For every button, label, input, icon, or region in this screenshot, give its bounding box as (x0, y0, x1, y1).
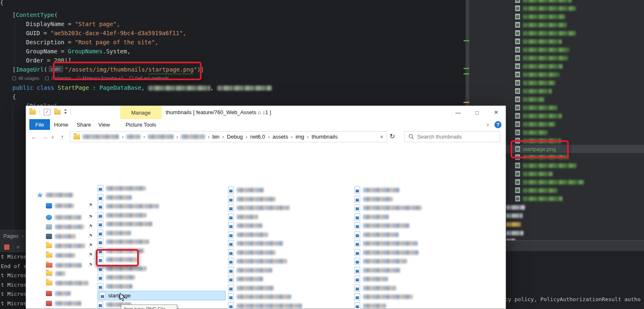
commit-file-row[interactable] (506, 62, 644, 70)
file-row[interactable] (354, 275, 388, 283)
breadcrumb-pages[interactable]: Pages (3, 233, 19, 239)
file-row[interactable] (228, 285, 274, 292)
explorer-titlebar[interactable]: ✓ ▾ Manage thumbnails [ feature/760_Web_… (26, 106, 506, 119)
commit-file-row[interactable] (506, 112, 644, 120)
address-dropdown-icon[interactable]: ∨ (380, 134, 383, 139)
file-row[interactable] (354, 249, 418, 256)
tab-file[interactable]: File (29, 119, 50, 130)
close-button[interactable]: × (487, 106, 506, 119)
commit-file-row[interactable] (506, 204, 525, 211)
tab-view[interactable]: View (93, 119, 115, 130)
commit-file-row[interactable] (506, 87, 644, 95)
commit-file-row[interactable] (506, 46, 644, 54)
tab-picture-tools[interactable]: Picture Tools (120, 119, 162, 130)
sidebar-item[interactable] (37, 192, 93, 198)
sidebar-item[interactable] (46, 252, 93, 259)
file-row[interactable] (228, 187, 264, 194)
sidebar-item[interactable] (46, 202, 93, 209)
tab-share[interactable]: Share (72, 119, 95, 130)
editor-error-stripe[interactable] (466, 0, 469, 105)
breadcrumb-assets[interactable]: assets (273, 134, 288, 140)
sidebar-item[interactable] (46, 223, 93, 230)
file-row[interactable] (228, 213, 258, 220)
file-row[interactable] (354, 267, 400, 274)
file-row[interactable] (97, 194, 132, 201)
code-lens-usages[interactable]: 48 usages (12, 76, 39, 81)
help-icon[interactable]: ? (494, 121, 501, 128)
commit-file-row[interactable] (506, 128, 644, 137)
file-row[interactable] (228, 302, 302, 309)
file-row[interactable] (354, 302, 386, 309)
file-row[interactable] (228, 204, 290, 211)
ribbon-collapse-icon[interactable]: ∨ (486, 122, 490, 127)
new-folder-icon[interactable] (54, 110, 61, 115)
sidebar-item[interactable] (46, 213, 93, 221)
redacted-breadcrumb[interactable] (83, 134, 119, 139)
file-row[interactable] (228, 240, 283, 247)
file-row[interactable] (354, 285, 396, 292)
file-row[interactable] (354, 222, 409, 229)
address-bar[interactable]: ››››bin›Debug›net6.0›assets›img›thumbnai… (70, 131, 387, 142)
commit-file-row[interactable] (506, 178, 644, 186)
properties-check-icon[interactable]: ✓ (44, 109, 50, 115)
file-row[interactable] (354, 213, 389, 220)
commit-file-row[interactable] (506, 4, 644, 12)
commit-file-row[interactable] (506, 194, 644, 203)
commit-file-row[interactable] (506, 29, 644, 37)
file-row[interactable] (228, 267, 272, 274)
commit-file-row[interactable] (506, 186, 644, 194)
file-row[interactable] (354, 293, 413, 300)
forward-icon[interactable]: → (42, 133, 48, 140)
commit-file-row[interactable] (506, 237, 515, 240)
file-row[interactable] (228, 293, 291, 300)
sidebar-item[interactable] (46, 280, 93, 285)
commit-file-row[interactable] (506, 79, 644, 87)
minimize-button[interactable]: — (449, 106, 468, 119)
commit-file-row[interactable] (506, 0, 644, 4)
sidebar-item[interactable] (46, 291, 93, 296)
navigation-pane[interactable] (26, 144, 95, 309)
commit-file-row[interactable] (506, 12, 644, 21)
stop-button[interactable] (4, 244, 10, 250)
breadcrumb-net6.0[interactable]: net6.0 (250, 134, 265, 140)
search-box[interactable]: Search thumbnails (404, 131, 500, 142)
commit-file-row[interactable] (506, 229, 523, 237)
tab-home[interactable]: Home (49, 119, 74, 130)
recent-locations-icon[interactable]: ∨ (51, 135, 54, 139)
redacted-breadcrumb[interactable] (148, 134, 173, 139)
commit-file-row[interactable] (506, 70, 644, 79)
commit-file-row[interactable] (506, 170, 644, 178)
back-icon[interactable]: ← (31, 133, 37, 140)
breadcrumb-Debug[interactable]: Debug (227, 134, 242, 140)
file-row[interactable] (97, 212, 147, 219)
sidebar-item[interactable] (46, 271, 93, 276)
file-row[interactable] (354, 187, 399, 194)
commit-file-row[interactable] (506, 21, 644, 29)
commit-file-row[interactable] (506, 37, 644, 46)
file-row[interactable] (228, 258, 287, 265)
commit-file-row[interactable] (506, 161, 644, 170)
file-row[interactable] (228, 231, 268, 238)
file-row[interactable] (354, 240, 418, 247)
file-row[interactable] (97, 230, 131, 237)
commit-file-row[interactable] (506, 120, 644, 128)
commit-file-row[interactable] (506, 95, 644, 103)
file-row[interactable] (97, 220, 152, 228)
tab-manage[interactable]: Manage (120, 106, 162, 119)
selected-file-row[interactable]: startpage (97, 291, 226, 300)
sidebar-item[interactable] (46, 301, 93, 306)
redacted-breadcrumb[interactable] (126, 134, 140, 139)
sidebar-item[interactable] (46, 261, 93, 269)
commit-file-row[interactable] (506, 212, 523, 219)
file-row[interactable] (97, 203, 159, 210)
file-row[interactable] (354, 204, 422, 211)
file-row[interactable] (354, 258, 407, 265)
breadcrumb-bin[interactable]: bin (212, 134, 219, 140)
breadcrumb-img[interactable]: img (295, 134, 304, 140)
file-row[interactable] (354, 196, 393, 203)
file-row[interactable] (97, 274, 135, 281)
file-row[interactable] (97, 283, 133, 290)
file-row[interactable] (97, 185, 146, 192)
file-row[interactable] (97, 238, 149, 245)
commit-file-row[interactable] (506, 220, 521, 228)
